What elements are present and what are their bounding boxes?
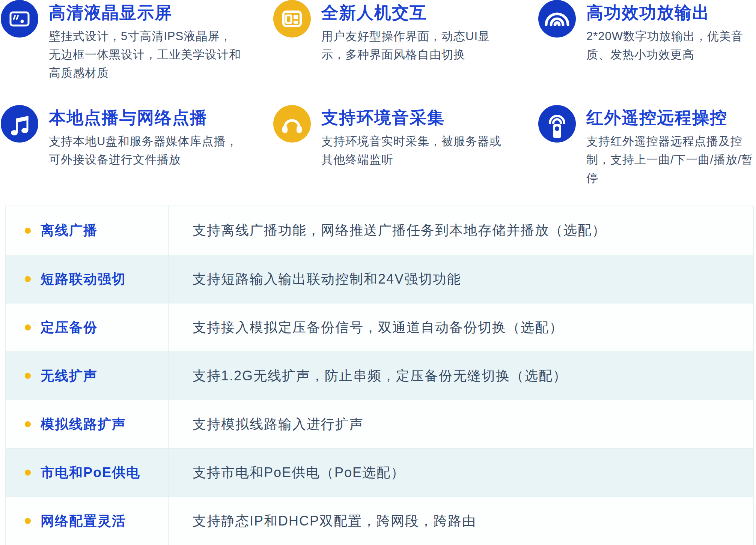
feature-title: 支持环境音采集 [321, 107, 501, 128]
table-row: 定压备份 支持接入模拟定压备份信号，双通道自动备份切换（选配） [6, 303, 753, 351]
bullet-icon [25, 276, 31, 282]
amp-waves-icon [538, 0, 576, 38]
table-cell-desc: 支持短路输入输出联动控制和24V强切功能 [168, 255, 753, 303]
bullet-icon [25, 324, 31, 330]
screen-icon [1, 0, 38, 38]
row-label: 网络配置灵活 [41, 512, 126, 530]
table-row: 短路联动强切 支持短路输入输出联动控制和24V强切功能 [6, 255, 753, 303]
row-label: 定压备份 [41, 318, 98, 337]
row-label: 离线广播 [41, 221, 98, 240]
bullet-icon [25, 518, 31, 524]
bullet-icon [25, 470, 31, 476]
feature-title: 高清液晶显示屏 [49, 2, 242, 23]
feature-desc: 支持本地U盘和服务器媒体库点播，可外接设备进行文件播放 [49, 132, 238, 169]
bullet-icon [25, 228, 31, 234]
table-cell-desc: 支持市电和PoE供电（PoE选配） [168, 449, 753, 497]
table-cell-label: 网络配置灵活 [6, 497, 168, 545]
table-cell-label: 离线广播 [6, 206, 168, 255]
ui-card-icon [273, 0, 311, 38]
feature-title: 本地点播与网络点播 [49, 107, 238, 128]
feature-card-amplifier: 高功效功放输出 2*20W数字功放输出，优美音质、发热小功效更高 [538, 0, 756, 64]
row-desc: 支持离线广播功能，网络推送广播任务到本地存储并播放（选配） [193, 221, 606, 240]
feature-title: 高功效功放输出 [586, 2, 756, 23]
table-row: 无线扩声 支持1.2G无线扩声，防止串频，定压备份无缝切换（选配） [6, 351, 753, 400]
row-desc: 支持1.2G无线扩声，防止串频，定压备份无缝切换（选配） [193, 367, 567, 385]
row-desc: 支持静态IP和DHCP双配置，跨网段，跨路由 [193, 512, 476, 530]
row-label: 模拟线路扩声 [41, 415, 126, 434]
bullet-icon [25, 421, 31, 427]
feature-desc: 支持红外遥控器远程点播及控制，支持上一曲/下一曲/播放/暂停 [586, 132, 756, 187]
table-row: 离线广播 支持离线广播功能，网络推送广播任务到本地存储并播放（选配） [6, 206, 753, 255]
table-cell-desc: 支持1.2G无线扩声，防止串频，定压备份无缝切换（选配） [168, 352, 753, 400]
table-row: 模拟线路扩声 支持模拟线路输入进行扩声 [6, 400, 753, 448]
row-desc: 支持市电和PoE供电（PoE选配） [193, 464, 405, 482]
row-desc: 支持接入模拟定压备份信号，双通道自动备份切换（选配） [193, 318, 563, 337]
row-label: 市电和PoE供电 [41, 464, 140, 482]
feature-card-ui: 全新人机交互 用户友好型操作界面，动态UI显示，多种界面风格自由切换 [273, 0, 511, 64]
table-cell-desc: 支持静态IP和DHCP双配置，跨网段，跨路由 [168, 497, 753, 545]
feature-card-ambient-audio: 支持环境音采集 支持环境音实时采集，被服务器或其他终端监听 [273, 105, 501, 169]
row-label: 短路联动强切 [41, 270, 126, 288]
feature-desc: 用户友好型操作界面，动态UI显示，多种界面风格自由切换 [321, 27, 511, 64]
table-row: 网络配置灵活 支持静态IP和DHCP双配置，跨网段，跨路由 [6, 497, 753, 545]
table-cell-desc: 支持离线广播功能，网络推送广播任务到本地存储并播放（选配） [168, 206, 753, 255]
table-cell-label: 市电和PoE供电 [6, 449, 168, 497]
feature-card-remote: 红外遥控远程操控 支持红外遥控器远程点播及控制，支持上一曲/下一曲/播放/暂停 [538, 105, 756, 187]
feature-desc: 支持环境音实时采集，被服务器或其他终端监听 [321, 132, 501, 169]
feature-desc: 壁挂式设计，5寸高清IPS液晶屏，无边框一体黑设计，工业美学设计和高质感材质 [49, 27, 242, 82]
feature-table: 离线广播 支持离线广播功能，网络推送广播任务到本地存储并播放（选配） 短路联动强… [5, 206, 754, 545]
feature-card-display: 高清液晶显示屏 壁挂式设计，5寸高清IPS液晶屏，无边框一体黑设计，工业美学设计… [1, 0, 242, 82]
row-label: 无线扩声 [41, 367, 98, 385]
table-cell-label: 短路联动强切 [6, 255, 168, 303]
table-row: 市电和PoE供电 支持市电和PoE供电（PoE选配） [6, 448, 753, 497]
row-desc: 支持模拟线路输入进行扩声 [193, 415, 364, 434]
feature-title: 红外遥控远程操控 [586, 107, 756, 128]
bullet-icon [25, 373, 31, 379]
feature-title: 全新人机交互 [321, 2, 511, 23]
table-cell-label: 定压备份 [6, 303, 168, 351]
headphones-icon [273, 105, 311, 143]
feature-card-playback: 本地点播与网络点播 支持本地U盘和服务器媒体库点播，可外接设备进行文件播放 [1, 105, 238, 169]
feature-desc: 2*20W数字功放输出，优美音质、发热小功效更高 [586, 27, 756, 64]
table-cell-label: 无线扩声 [6, 352, 168, 400]
table-cell-label: 模拟线路扩声 [6, 400, 168, 448]
row-desc: 支持短路输入输出联动控制和24V强切功能 [193, 270, 461, 288]
table-cell-desc: 支持模拟线路输入进行扩声 [168, 400, 753, 448]
remote-icon [538, 105, 576, 143]
music-note-icon [1, 105, 38, 143]
table-cell-desc: 支持接入模拟定压备份信号，双通道自动备份切换（选配） [168, 303, 753, 351]
